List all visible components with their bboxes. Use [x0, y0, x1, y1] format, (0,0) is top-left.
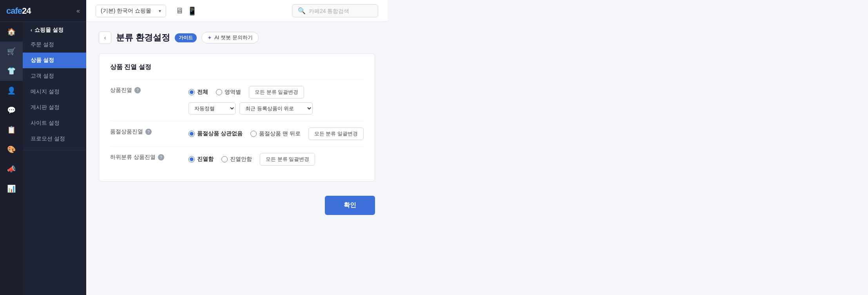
topbar: (기본) 한국어 쇼핑몰 ▾ 🖥 📱 🔍 — [86, 0, 388, 22]
sidebar-icon-product[interactable]: 👕 — [0, 61, 23, 81]
radio-subcat-yes[interactable]: 진열함 — [188, 156, 214, 163]
desktop-icon[interactable]: 🖥 — [176, 6, 183, 16]
search-icon: 🔍 — [298, 7, 306, 15]
sidebar-icon-design[interactable]: 🎨 — [0, 140, 23, 159]
sort-row: 자동정렬 수동정렬 등록순 최근 등록상품이 위로 오래된 상품이 위로 높은가… — [188, 102, 364, 115]
help-icon-soldout[interactable]: ? — [145, 129, 152, 135]
confirm-button[interactable]: 확인 — [325, 196, 375, 215]
search-input[interactable] — [309, 8, 371, 14]
sort-type-select[interactable]: 자동정렬 수동정렬 등록순 — [188, 102, 236, 115]
sidebar-nav: 주문 설정상품 설정고객 설정메시지 설정게시판 설정사이트 설정프로모션 설정 — [23, 37, 86, 147]
label-subcat: 하위분류 상품진열 ? — [110, 153, 188, 161]
shop-label: (기본) 한국어 쇼핑몰 — [101, 7, 151, 15]
sidebar-icon-stats[interactable]: 📊 — [0, 179, 23, 198]
radio-soldout-back[interactable]: 품절상품 맨 뒤로 — [250, 130, 301, 137]
sidebar-divider — [23, 150, 86, 150]
view-icons: 🖥 📱 — [176, 6, 197, 16]
radio-subcat-no[interactable]: 진열안함 — [221, 156, 252, 163]
sidebar-icon-customer[interactable]: 👤 — [0, 81, 23, 100]
shop-selector[interactable]: (기본) 한국어 쇼핑몰 ▾ — [96, 5, 166, 17]
sidebar-section-label: 쇼핑몰 설정 — [34, 27, 63, 34]
content-area: ‹ 분류 환경설정 가이드 ✦ AI 챗봇 문의하기 상품 진열 설정 상품진열… — [86, 22, 388, 295]
radio-group-subcat: 진열함 진열안함 모든 분류 일괄변경 — [188, 153, 364, 166]
collapse-icon[interactable]: « — [76, 7, 80, 15]
help-icon-subcat[interactable]: ? — [158, 154, 164, 160]
sidebar-icon-board[interactable]: 📋 — [0, 120, 23, 140]
logo-text: cafe24 — [6, 6, 31, 16]
radio-display-all[interactable]: 전체 — [188, 89, 208, 96]
sidebar-icon-message[interactable]: 💬 — [0, 100, 23, 120]
sidebar-item-3[interactable]: 메시지 설정 — [23, 84, 86, 100]
page-title: 분류 환경설정 — [116, 32, 170, 44]
setting-row-subcat: 하위분류 상품진열 ? 진열함 진열안함 — [110, 146, 364, 172]
radio-soldout-ignore[interactable]: 품절상품 상관없음 — [188, 130, 243, 137]
sidebar-icon-home[interactable]: 🏠 — [0, 22, 23, 42]
help-icon-display[interactable]: ? — [134, 87, 141, 93]
sidebar-item-2[interactable]: 고객 설정 — [23, 68, 86, 84]
sidebar-item-5[interactable]: 사이트 설정 — [23, 115, 86, 131]
tablet-icon[interactable]: 📱 — [187, 6, 197, 16]
label-display: 상품진열 ? — [110, 86, 188, 94]
sidebar-item-1[interactable]: 상품 설정 — [23, 53, 86, 68]
logo-combined: cafe24 « — [0, 0, 86, 22]
footer-actions: 확인 — [99, 191, 375, 224]
setting-row-soldout: 품절상품진열 ? 품절상품 상관없음 품절상품 맨 뒤로 — [110, 121, 364, 146]
back-button[interactable]: ‹ — [99, 31, 111, 44]
sort-order-select[interactable]: 최근 등록상품이 위로 오래된 상품이 위로 높은가격순 낮은가격순 — [239, 102, 313, 115]
radio-group-soldout: 품절상품 상관없음 품절상품 맨 뒤로 모든 분류 일괄변경 — [188, 127, 364, 140]
radio-group-display: 전체 영역별 모든 분류 일괄변경 — [188, 86, 364, 98]
control-soldout: 품절상품 상관없음 품절상품 맨 뒤로 모든 분류 일괄변경 — [188, 127, 364, 140]
change-all-display-btn[interactable]: 모든 분류 일괄변경 — [249, 86, 304, 98]
sidebar-icon-cart[interactable]: 🛒 — [0, 42, 23, 61]
sidebar-item-4[interactable]: 게시판 설정 — [23, 100, 86, 115]
change-all-subcat-btn[interactable]: 모든 분류 일괄변경 — [260, 153, 315, 166]
sidebar-item-0[interactable]: 주문 설정 — [23, 37, 86, 53]
product-display-card: 상품 진열 설정 상품진열 ? 전체 — [99, 53, 375, 182]
control-subcat: 진열함 진열안함 모든 분류 일괄변경 — [188, 153, 364, 166]
back-icon: ‹ — [104, 35, 106, 41]
sidebar-icon-promo[interactable]: 📣 — [0, 159, 23, 179]
section-back-arrow: ‹ — [31, 27, 32, 33]
sidebar-item-6[interactable]: 프로모션 설정 — [23, 131, 86, 147]
guide-badge[interactable]: 가이드 — [175, 33, 197, 42]
page-header: ‹ 분류 환경설정 가이드 ✦ AI 챗봇 문의하기 — [99, 31, 375, 44]
label-soldout: 품절상품진열 ? — [110, 127, 188, 135]
control-display: 전체 영역별 모든 분류 일괄변경 자동정렬 수동정렬 — [188, 86, 364, 115]
ai-chatbot-button[interactable]: ✦ AI 챗봇 문의하기 — [201, 32, 259, 44]
setting-row-display: 상품진열 ? 전체 영역별 — [110, 79, 364, 121]
search-box: 🔍 — [292, 4, 378, 17]
sidebar-section-title[interactable]: ‹ 쇼핑몰 설정 — [23, 22, 86, 37]
change-all-soldout-btn[interactable]: 모든 분류 일괄변경 — [308, 127, 364, 140]
chevron-down-icon: ▾ — [159, 8, 161, 14]
section-title: 상품 진열 설정 — [110, 63, 364, 71]
radio-display-area[interactable]: 영역별 — [216, 89, 241, 96]
ai-btn-label: AI 챗봇 문의하기 — [214, 34, 253, 41]
ai-icon: ✦ — [207, 35, 212, 41]
